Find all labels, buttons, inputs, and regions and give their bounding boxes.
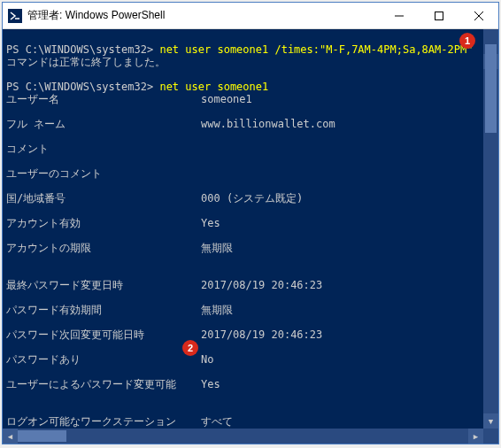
window-title: 管理者: Windows PowerShell [27, 8, 379, 23]
pw-expires-label: パスワード有効期間 [6, 304, 201, 316]
command-2: net user someone1 [159, 81, 268, 93]
user-comment-label: ユーザーのコメント [6, 167, 201, 180]
pw-changeable-value: 2017/08/19 20:46:23 [201, 328, 322, 341]
pw-changeable-label: パスワード次回変更可能日時 [6, 328, 201, 341]
account-active-label: アカウント有効 [6, 217, 201, 229]
scrollbar-vertical[interactable]: ▲ ▼ [483, 29, 498, 429]
scrollbar-corner [483, 429, 498, 444]
scroll-down-icon[interactable]: ▼ [483, 413, 498, 429]
titlebar[interactable]: 管理者: Windows PowerShell [3, 3, 498, 29]
pw-required-value: No [201, 353, 213, 366]
window-controls [379, 3, 498, 28]
fullname-label: フル ネーム [6, 118, 201, 130]
prompt: PS C:\WINDOWS\system32> [6, 81, 153, 93]
fullname-value: www.billionwallet.com [201, 118, 335, 130]
prompt: PS C:\WINDOWS\system32> [6, 43, 153, 56]
workstations-label: ログオン可能なワークステーション [6, 415, 201, 428]
minimize-button[interactable] [379, 3, 419, 28]
powershell-icon [8, 9, 22, 23]
pw-last-set-label: 最終パスワード変更日時 [6, 279, 201, 291]
user-may-change-value: Yes [201, 378, 220, 390]
username-label: ユーザー名 [6, 93, 201, 105]
account-expires-label: アカウントの期限 [6, 242, 201, 254]
maximize-button[interactable] [419, 3, 459, 28]
powershell-window: 管理者: Windows PowerShell PS C:\WINDOWS\sy… [2, 2, 499, 444]
workstations-value: すべて [201, 415, 233, 428]
scroll-right-icon[interactable]: ▶ [468, 429, 483, 444]
account-active-value: Yes [201, 217, 220, 229]
country-value: 000 (システム既定) [201, 192, 303, 205]
pw-expires-value: 無期限 [201, 304, 233, 316]
scrollbar-horizontal[interactable]: ◀ ▶ [3, 429, 483, 444]
pw-last-set-value: 2017/08/19 20:46:23 [201, 279, 322, 291]
comment-label: コメント [6, 143, 201, 155]
done-message: コマンドは正常に終了しました。 [6, 56, 166, 68]
annotation-badge-1: 1 [459, 33, 475, 49]
svg-rect-2 [435, 12, 443, 19]
command-1: net user someone1 /times:"M-F,7AM-4PM;Sa… [159, 43, 473, 56]
scroll-thumb-horizontal[interactable] [18, 430, 66, 442]
username-value: someone1 [201, 93, 252, 105]
user-may-change-label: ユーザーによるパスワード変更可能 [6, 378, 201, 390]
scroll-left-icon[interactable]: ◀ [3, 429, 18, 444]
account-expires-value: 無期限 [201, 242, 233, 254]
close-button[interactable] [459, 3, 498, 28]
scroll-thumb-vertical[interactable] [485, 44, 497, 133]
pw-required-label: パスワードあり [6, 353, 201, 366]
country-label: 国/地域番号 [6, 192, 201, 205]
annotation-badge-2: 2 [182, 340, 198, 356]
console-area[interactable]: PS C:\WINDOWS\system32> net user someone… [3, 29, 498, 444]
